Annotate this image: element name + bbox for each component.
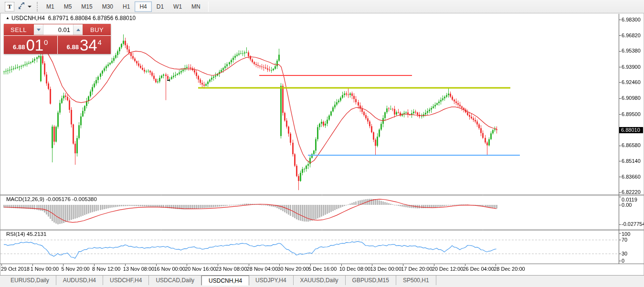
buy-price-big: 34 (80, 38, 97, 53)
current-price-tag: 6.88010 (619, 127, 643, 133)
time-axis-label: 29 Oct 2018 (1, 266, 30, 272)
toolbar-separator (208, 1, 209, 12)
time-axis-label: 20 Dec 12:00 (432, 266, 463, 272)
time-axis-label: 20 Nov 16:00 (185, 266, 216, 272)
timeframe-button[interactable]: M5 (59, 1, 77, 12)
chart-title: ▲USDCNH,H4 6.87971 6.88084 6.87856 6.880… (6, 15, 136, 21)
time-axis-label: 23 Nov 08:00 (216, 266, 247, 272)
lot-increase-button[interactable] (73, 24, 83, 35)
arrows-icon (18, 2, 25, 11)
trade-panel: SELL BUY 6.88010 6.88344 (4, 24, 111, 54)
price-axis-label: 6.82220 (622, 189, 644, 195)
time-axis-label: 13 Nov 08:00 (123, 266, 154, 272)
chart-tab[interactable]: USDJPY,H4 (249, 276, 293, 285)
price-axis-label: 6.98300 (622, 17, 644, 23)
time-axis-label: 16 Nov 00:00 (154, 266, 185, 272)
up-arrow-icon (76, 29, 80, 31)
time-axis-label: 28 Dec 20:00 (494, 266, 525, 272)
toolbar: T M1M5M15M30H1H4D1W1MN (0, 0, 644, 13)
chart-title-symbol: USDCNH,H4 (11, 15, 45, 21)
arrows-tool-button[interactable] (17, 1, 32, 12)
timeframe-button[interactable]: M1 (42, 1, 59, 12)
toolbar-grip[interactable] (37, 2, 38, 11)
macd-label: MACD(12,26,9) -0.005176 -0.005380 (6, 196, 97, 202)
price-axis-label: 6.89500 (622, 111, 644, 117)
sell-price-panel[interactable]: 6.88010 (4, 36, 57, 54)
lot-decrease-button[interactable] (34, 24, 43, 35)
timeframe-button[interactable]: H1 (118, 1, 135, 12)
price-axis-label: 6.83660 (622, 174, 644, 180)
chart-tab[interactable]: SP500,H1 (396, 276, 436, 285)
price-axis-label: 6.92460 (622, 79, 644, 85)
buy-button[interactable]: BUY (83, 24, 111, 35)
chart-tab[interactable]: EURUSD,Daily (4, 276, 56, 285)
text-tool-button[interactable]: T (4, 1, 15, 12)
price-axis-label: 6.85140 (622, 158, 644, 164)
timeframe-button[interactable]: M15 (76, 1, 97, 12)
text-tool-icon: T (5, 2, 14, 11)
price-axis-label: 6.93900 (622, 64, 644, 70)
price-axis-label: 6.90980 (622, 95, 644, 101)
timeframe-button[interactable]: W1 (169, 1, 187, 12)
time-axis-label: 17 Dec 20:00 (401, 266, 432, 272)
chart-tab[interactable]: USDCHF,H4 (103, 276, 149, 285)
buy-price-pip: 4 (98, 38, 102, 46)
time-axis-label: 5 Dec 16:00 (308, 266, 337, 272)
rsi-label: RSI(14) 45.2131 (6, 231, 46, 237)
rsi-axis-label: 0 (622, 258, 644, 264)
timeframe-button[interactable]: MN (187, 1, 205, 12)
chart-title-ohlc: 6.87971 6.88084 6.87856 6.88010 (48, 15, 136, 21)
time-axis-label: 10 Dec 08:00 (339, 266, 370, 272)
macd-axis-label: -0.027754 (622, 221, 644, 227)
time-axis-label: 30 Nov 20:00 (277, 266, 308, 272)
chart-tab[interactable]: XAUUSD,Daily (294, 276, 346, 285)
chart-tab[interactable]: USDCAD,Daily (149, 276, 201, 285)
timeframe-button[interactable]: H4 (135, 1, 151, 12)
down-arrow-icon (37, 29, 41, 31)
sell-price-big: 01 (26, 38, 43, 53)
dropdown-caret-icon (28, 6, 32, 8)
timeframe-button[interactable]: M30 (97, 1, 118, 12)
sell-price-pip: 0 (44, 38, 48, 46)
rsi-axis-label: 70 (622, 237, 644, 243)
buy-price-prefix: 6.88 (67, 43, 79, 51)
symbol-triangle-icon: ▲ (6, 16, 10, 20)
terminal-window: T M1M5M15M30H1H4D1W1MN ▲USDCNH,H4 6.8797… (0, 0, 644, 287)
time-axis-label: 8 Nov 12:00 (92, 266, 120, 272)
lot-spinner (33, 24, 83, 35)
time-axis-label: 13 Dec 00:00 (370, 266, 401, 272)
price-axis-label: 6.95380 (622, 48, 644, 54)
time-axis-label: 26 Dec 04:00 (463, 266, 494, 272)
timeframe-buttons: M1M5M15M30H1H4D1W1MN (42, 1, 205, 12)
buy-price-panel[interactable]: 6.88344 (58, 36, 111, 54)
chart-tab[interactable]: USDCNH,H4 (201, 276, 249, 286)
sell-price-prefix: 6.88 (13, 43, 25, 51)
time-axis-label: 1 Nov 00:00 (31, 266, 59, 272)
chart-tab-bar: EURUSD,DailyAUDUSD,H4USDCHF,H4USDCAD,Dai… (0, 275, 644, 287)
time-axis-label: 5 Nov 20:00 (61, 266, 89, 272)
sell-button[interactable]: SELL (4, 24, 33, 35)
timeframe-button[interactable]: D1 (152, 1, 169, 12)
lot-size-input[interactable] (43, 24, 73, 35)
time-axis-label: 28 Nov 04:00 (247, 266, 278, 272)
chart-tab[interactable]: GBPUSD,M15 (346, 276, 396, 285)
price-axis-label: 6.86580 (622, 142, 644, 149)
macd-axis-label: 0.00 (622, 202, 644, 208)
price-axis-label: 6.96820 (622, 32, 644, 39)
chart-tab[interactable]: AUDUSD,H4 (56, 276, 103, 285)
rsi-axis-label: 30 (622, 251, 644, 257)
